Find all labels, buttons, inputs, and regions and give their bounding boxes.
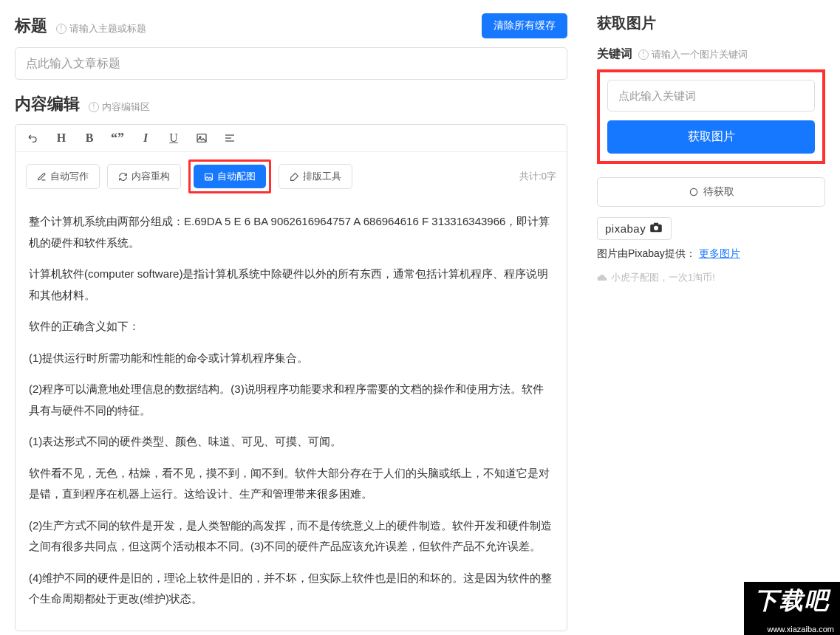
content-label: 内容编辑 xyxy=(15,95,80,113)
paragraph: (1)提供运行时所需功能和性能的命令或计算机程序集合。 xyxy=(29,348,553,369)
auto-image-button[interactable]: 自动配图 xyxy=(194,165,266,188)
watermark-main: 下载吧 xyxy=(744,582,840,623)
title-label: 标题 xyxy=(15,16,47,35)
left-panel: 标题 ! 请输入主题或标题 清除所有缓存 内容编辑 ! 内容编辑区 xyxy=(0,0,582,635)
watermark: 下载吧 www.xiazaiba.com xyxy=(744,582,840,635)
svg-point-6 xyxy=(690,188,697,195)
bold-icon[interactable]: B xyxy=(82,131,97,145)
image-icon[interactable] xyxy=(194,131,209,145)
get-image-button[interactable]: 获取图片 xyxy=(607,120,815,154)
paragraph: 计算机软件(computer software)是指计算机系统中除硬件以外的所有… xyxy=(29,264,553,306)
pixabay-badge: pixabay xyxy=(597,217,672,240)
footer-note: 小虎子配图，一次1淘币! xyxy=(597,271,825,284)
pending-button[interactable]: 待获取 xyxy=(597,177,825,207)
paragraph: (2)生产方式不同的软件是开发，是人类智能的高发挥，而不是传统意义上的硬件制造。… xyxy=(29,515,553,557)
info-icon: ! xyxy=(56,24,66,34)
content-area[interactable]: 整个计算机系统由两部分组成：E.69DA 5 E 6 BA 9062616964… xyxy=(16,201,567,631)
keyword-label: 关键词 xyxy=(597,47,632,62)
image-source: 图片由Pixabay提供： 更多图片 xyxy=(597,247,825,261)
paragraph: (1)表达形式不同的硬件类型、颜色、味道、可见、可摸、可闻。 xyxy=(29,431,553,453)
info-icon: ! xyxy=(638,49,649,60)
paragraph: 软件看不见，无色，枯燥，看不见，摸不到，闻不到。软件大部分存在于人们的头脑或纸上… xyxy=(29,463,553,505)
action-toolbar: 自动写作 内容重构 自动配图 排版工具 xyxy=(16,152,567,201)
content-hint: ! 内容编辑区 xyxy=(89,100,150,114)
keyword-hint: ! 请输入一个图片关键词 xyxy=(638,48,748,61)
title-input[interactable] xyxy=(15,47,567,80)
paragraph: 整个计算机系统由两部分组成：E.69DA 5 E 6 BA 9062616964… xyxy=(29,211,553,253)
right-panel: 获取图片 关键词 ! 请输入一个图片关键词 获取图片 待获取 pixabay 图… xyxy=(582,0,840,635)
paragraph: (2)程序可以满意地处理信息的数据结构。(3)说明程序功能要求和程序需要的文档的… xyxy=(29,379,553,421)
get-image-title: 获取图片 xyxy=(597,13,825,33)
undo-icon[interactable] xyxy=(26,131,41,145)
paragraph: (4)维护不同的硬件是旧的，理论上软件是旧的，并不坏，但实际上软件也是旧的和坏的… xyxy=(29,568,553,610)
highlight-auto-image: 自动配图 xyxy=(188,159,271,193)
highlight-keyword-box: 获取图片 xyxy=(597,69,825,164)
cloud-icon xyxy=(597,272,607,283)
content-header: 内容编辑 ! 内容编辑区 xyxy=(15,93,567,115)
editor-box: H B “” I U 自动写作 xyxy=(15,124,567,631)
camera-icon xyxy=(649,222,663,235)
clear-cache-button[interactable]: 清除所有缓存 xyxy=(482,13,567,38)
word-count: 共计:0字 xyxy=(519,170,556,183)
watermark-sub: www.xiazaiba.com xyxy=(744,623,840,635)
more-images-link[interactable]: 更多图片 xyxy=(699,247,740,259)
heading-icon[interactable]: H xyxy=(54,131,69,145)
format-toolbar: H B “” I U xyxy=(16,125,567,152)
circle-icon xyxy=(689,187,699,197)
keyword-input[interactable] xyxy=(607,80,815,111)
svg-point-9 xyxy=(654,226,658,230)
svg-rect-8 xyxy=(654,223,658,225)
auto-write-button[interactable]: 自动写作 xyxy=(26,164,100,189)
title-header: 标题 ! 请输入主题或标题 清除所有缓存 xyxy=(15,13,567,38)
title-hint: ! 请输入主题或标题 xyxy=(56,22,146,35)
content-restructure-button[interactable]: 内容重构 xyxy=(107,164,181,189)
italic-icon[interactable]: I xyxy=(138,131,153,145)
info-icon: ! xyxy=(89,102,99,112)
paragraph: 软件的正确含义如下： xyxy=(29,316,553,337)
keyword-label-row: 关键词 ! 请输入一个图片关键词 xyxy=(597,47,825,62)
align-icon[interactable] xyxy=(222,131,237,145)
quote-icon[interactable]: “” xyxy=(110,131,125,145)
layout-tools-button[interactable]: 排版工具 xyxy=(279,164,352,189)
underline-icon[interactable]: U xyxy=(166,131,181,145)
